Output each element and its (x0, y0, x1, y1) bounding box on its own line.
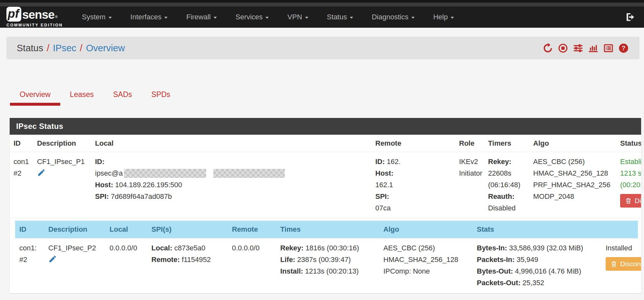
packets-out-label: Packets-Out: (477, 279, 521, 287)
menu-services-label: Services (235, 13, 263, 21)
ipsec-status-panel: IPsec Status ID Description Local Remote… (10, 118, 641, 293)
disconnect-label: Disconnect (620, 260, 641, 268)
algo-dh: MODP_2048 (533, 191, 613, 202)
sign-out-icon[interactable] (625, 12, 636, 22)
col-algo: Algo (529, 135, 616, 152)
install-value: 1213s (00:20:13) (305, 267, 359, 275)
bytes-in-value: 33,586,939 (32.03 MiB) (509, 244, 583, 252)
bar-chart-icon[interactable] (588, 43, 598, 53)
breadcrumb-bar: Status/IPsec/Overview ? (6, 37, 639, 59)
pfsense-logo-row: pf sense ® (6, 7, 63, 22)
redacted-blank (391, 203, 433, 213)
breadcrumb-separator: / (80, 43, 82, 53)
remote-spi-value: 07ca (375, 204, 391, 212)
child-remote-network: 0.0.0.0/0 (232, 242, 274, 254)
menu-system[interactable]: System (72, 6, 121, 28)
window-gray-strip (0, 3, 644, 6)
chevron-down-icon (411, 17, 415, 19)
trash-icon (625, 198, 632, 204)
child-id: con1: (19, 242, 42, 254)
menu-help[interactable]: Help (424, 6, 463, 28)
col-role: Role (455, 135, 484, 152)
menu-interfaces-label: Interfaces (130, 13, 162, 21)
child-sa-container-row: ID Description Local SPI(s) Remote Times… (10, 218, 641, 294)
spi-local-value: c873e5a0 (174, 244, 206, 252)
panel-title: IPsec Status (10, 118, 641, 135)
status-established: Established (620, 156, 641, 168)
menu-interfaces[interactable]: Interfaces (121, 6, 177, 28)
disconnect-button[interactable]: Disconnect (606, 257, 641, 271)
breadcrumb-actions: ? (543, 43, 629, 53)
chevron-down-icon (305, 17, 308, 19)
bytes-out-label: Bytes-Out: (477, 267, 513, 275)
menu-diagnostics[interactable]: Diagnostics (362, 6, 424, 28)
ike-sa-table: ID Description Local Remote Role Timers … (10, 135, 641, 293)
tab-sads[interactable]: SADs (103, 90, 142, 106)
menu-help-label: Help (433, 13, 448, 21)
ike-local-cell: ID: ipsec@a Host: 104.189.226.195:500 SP… (91, 152, 371, 218)
local-host-label: Host: (95, 181, 113, 189)
ike-id-cell: con1 #2 (10, 152, 33, 218)
edit-icon[interactable] (37, 168, 46, 177)
ike-description-cell: CF1_IPsec_P1 (33, 152, 91, 218)
breadcrumb-section: Status (17, 43, 43, 53)
algo-enc: AES_CBC (256) (533, 156, 613, 168)
menu-status-label: Status (327, 13, 347, 21)
chevron-down-icon (109, 17, 112, 19)
packets-in-value: 35,949 (517, 256, 538, 264)
help-icon[interactable]: ? (619, 43, 629, 53)
col-local: Local (106, 221, 148, 238)
breadcrumb-link-ipsec[interactable]: IPsec (53, 43, 76, 53)
disconnect-button[interactable]: Disconnect (620, 194, 641, 208)
rekey-seconds: 22608s (488, 168, 526, 179)
tab-overview[interactable]: Overview (10, 90, 60, 106)
local-host-value: 104.189.226.195:500 (115, 181, 182, 189)
child-status-installed: Installed (606, 242, 635, 254)
child-algo-cell: AES_CBC (256) HMAC_SHA2_256_128 IPComp: … (380, 238, 474, 294)
child-stats-cell: Bytes-In: 33,586,939 (32.03 MiB) Packets… (474, 238, 602, 294)
log-icon[interactable] (603, 43, 613, 53)
remote-id-value: 162. (387, 158, 400, 166)
child-description-cell: CF1_IPsec_P2 (45, 238, 106, 294)
role-protocol: IKEv2 (459, 156, 481, 168)
pfsense-logo-pf: pf (6, 7, 21, 22)
menu-status[interactable]: Status (318, 6, 362, 28)
tab-leases[interactable]: Leases (60, 90, 103, 106)
ike-id-number: #2 (14, 168, 30, 179)
stop-icon[interactable] (558, 43, 568, 53)
redacted-blank (400, 157, 442, 167)
status-seconds: 1213 seconds (620, 168, 641, 179)
redacted-blank (393, 180, 431, 190)
menu-firewall-label: Firewall (186, 13, 211, 21)
table-row: con1 #2 CF1_IPsec_P1 ID: ipsec@a Host: 1… (10, 152, 641, 218)
algo-integ: HMAC_SHA2_256_128 (533, 168, 613, 179)
child-local-network: 0.0.0.0/0 (110, 242, 145, 254)
menu-system-label: System (82, 13, 105, 21)
redacted-blur (213, 169, 285, 178)
ike-description: CF1_IPsec_P1 (37, 156, 88, 168)
ike-table-header-row: ID Description Local Remote Role Timers … (10, 135, 641, 152)
table-row: con1: #2 CF1_IPsec_P2 (15, 238, 638, 294)
child-id-cell: con1: #2 (15, 238, 45, 294)
table-scroll-area[interactable]: ID Description Local Remote Role Timers … (10, 135, 641, 293)
rekey-label: Rekey: (280, 244, 303, 252)
rekey-value: 1816s (00:30:16) (305, 244, 359, 252)
reauth-value: Disabled (488, 202, 526, 214)
sliders-icon[interactable] (573, 43, 583, 53)
pfsense-logo[interactable]: pf sense ® COMMUNITY EDITION (6, 7, 63, 27)
refresh-icon[interactable] (543, 43, 553, 53)
reauth-label: Reauth: (488, 192, 514, 200)
menu-diagnostics-label: Diagnostics (372, 13, 409, 21)
breadcrumb-link-overview[interactable]: Overview (86, 43, 125, 53)
breadcrumb: Status/IPsec/Overview (17, 43, 125, 53)
col-spis: SPI(s) (148, 221, 229, 238)
menu-vpn[interactable]: VPN (278, 6, 317, 28)
chevron-down-icon (451, 17, 454, 19)
remote-spi-label: SPI: (375, 192, 389, 200)
edit-icon[interactable] (48, 255, 57, 263)
tab-spds[interactable]: SPDs (142, 90, 180, 106)
local-id-value: ipsec@a (95, 169, 123, 177)
menu-firewall[interactable]: Firewall (177, 6, 226, 28)
chevron-down-icon (214, 17, 217, 19)
menu-services[interactable]: Services (226, 6, 278, 28)
